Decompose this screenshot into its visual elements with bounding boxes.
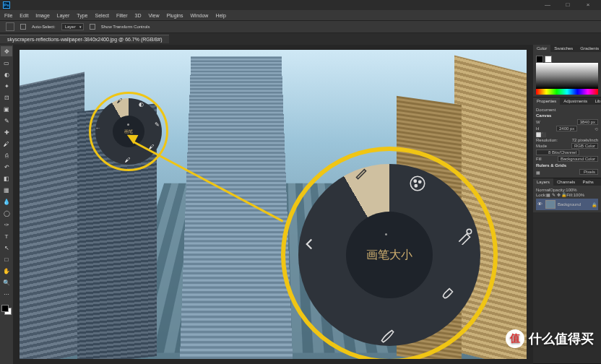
dodge-tool[interactable]: ◯ xyxy=(1,208,12,218)
minimize-button[interactable]: — xyxy=(537,0,558,10)
lock-icons[interactable]: ▦ ✎ ✥ 🔒 xyxy=(546,193,566,197)
menu-image[interactable]: Image xyxy=(35,13,49,18)
brush-alt-icon[interactable]: 🖌 xyxy=(124,155,132,164)
svg-point-1 xyxy=(414,180,416,182)
menu-plugins[interactable]: Plugins xyxy=(167,13,183,18)
bits-dropdown[interactable]: 8 Bits/Channel xyxy=(536,150,579,155)
menu-type[interactable]: Type xyxy=(77,13,87,18)
auto-select-checkbox[interactable] xyxy=(20,24,26,30)
layer-row[interactable]: 👁 Background 🔒 xyxy=(536,199,598,210)
brush-tool[interactable]: 🖌 xyxy=(1,139,12,149)
resolution-value[interactable]: 72 pixels/inch xyxy=(572,138,598,142)
color-swatches[interactable] xyxy=(0,303,13,316)
panels-area: Color Swatches Gradients Patterns Proper… xyxy=(533,45,601,364)
radial-dot xyxy=(127,124,129,126)
history-brush-tool[interactable]: ↶ xyxy=(1,162,12,172)
foreground-color[interactable] xyxy=(1,305,9,312)
hand-tool[interactable]: ✋ xyxy=(1,266,12,276)
lasso-tool[interactable]: ◐ xyxy=(1,69,12,79)
resolution-label: Resolution: xyxy=(536,138,558,142)
document-tab[interactable]: skyscrapers-reflections-wallpaper-3840x2… xyxy=(0,35,169,43)
properties-panel: Properties Adjustments Libraries Documen… xyxy=(533,98,601,178)
close-button[interactable]: × xyxy=(578,0,598,10)
maximize-button[interactable]: □ xyxy=(558,0,578,10)
zoom-tool[interactable]: 🔍 xyxy=(1,277,12,287)
tab-paths[interactable]: Paths xyxy=(579,178,597,186)
svg-point-0 xyxy=(410,176,425,191)
fill-label: Fill xyxy=(536,157,542,161)
edit-toolbar[interactable]: ⋯ xyxy=(1,289,12,299)
menu-filter[interactable]: Filter xyxy=(116,13,128,18)
brush-select-icon[interactable] xyxy=(350,162,372,183)
menu-view[interactable]: View xyxy=(149,13,160,18)
brush-icon[interactable] xyxy=(437,281,459,303)
menu-window[interactable]: Window xyxy=(191,13,209,18)
hue-strip[interactable] xyxy=(536,89,598,95)
tab-properties[interactable]: Properties xyxy=(533,98,560,105)
path-tool[interactable]: ↖ xyxy=(1,243,12,253)
shape-tool[interactable]: □ xyxy=(1,254,12,264)
brush-select-icon[interactable]: 🖌 xyxy=(116,97,124,105)
menu-edit[interactable]: Edit xyxy=(20,13,28,18)
palette-icon[interactable]: ◐ xyxy=(137,100,145,108)
move-tool[interactable]: ✥ xyxy=(1,46,12,56)
mode-dropdown[interactable]: RGB Color xyxy=(571,143,598,149)
layer-name[interactable]: Background xyxy=(558,202,581,207)
layer-thumbnail[interactable] xyxy=(545,200,555,209)
fg-swatch[interactable] xyxy=(536,56,543,63)
lock-label: Lock: xyxy=(536,193,546,197)
bg-swatch[interactable] xyxy=(545,56,552,63)
heal-tool[interactable]: ✚ xyxy=(1,127,12,137)
crop-tool[interactable]: ⊡ xyxy=(1,92,12,103)
menu-3d[interactable]: 3D xyxy=(135,13,142,18)
mode-label: Mode xyxy=(536,144,547,148)
eyedropper-tool[interactable]: ✎ xyxy=(1,116,12,126)
gradient-tool[interactable]: ▦ xyxy=(1,185,12,195)
auto-select-label: Auto-Select: xyxy=(32,25,56,29)
orientation-icons[interactable]: ⬜⬛ xyxy=(536,132,546,137)
current-tool-icon[interactable] xyxy=(6,22,14,31)
tab-swatches[interactable]: Swatches xyxy=(550,45,576,52)
width-label: W xyxy=(536,120,540,124)
tab-adjustments[interactable]: Adjustments xyxy=(560,98,591,105)
tab-channels[interactable]: Channels xyxy=(553,178,579,186)
pen-tool[interactable]: ✑ xyxy=(1,220,12,230)
visibility-icon[interactable]: 👁 xyxy=(537,202,543,207)
wand-tool[interactable]: ✦ xyxy=(1,81,12,91)
auto-select-dropdown[interactable]: Layer xyxy=(61,23,84,30)
ruler-units-dropdown[interactable]: Pixels xyxy=(579,169,598,175)
menu-file[interactable]: File xyxy=(4,13,12,18)
marquee-tool[interactable]: ▭ xyxy=(1,58,12,68)
menu-select[interactable]: Select xyxy=(95,13,109,18)
stamp-tool[interactable]: ⎙ xyxy=(1,150,12,160)
palette-icon[interactable] xyxy=(407,173,428,194)
fill-opacity-field[interactable]: 100% xyxy=(574,193,584,197)
back-arrow-icon[interactable] xyxy=(298,233,320,255)
type-tool[interactable]: T xyxy=(1,231,12,241)
tab-gradients[interactable]: Gradients xyxy=(576,45,601,52)
titlebar: Ps — □ × xyxy=(0,0,601,10)
width-field[interactable]: 3840 px xyxy=(577,119,598,125)
link-dimensions-icon[interactable]: ⟲ xyxy=(594,126,598,131)
height-field[interactable]: 2400 px xyxy=(556,126,577,131)
fill-dropdown[interactable]: Background Color xyxy=(558,156,598,162)
brush-alt-icon[interactable] xyxy=(376,324,398,346)
blur-tool[interactable]: 💧 xyxy=(1,196,12,207)
eraser-tool[interactable]: ◧ xyxy=(1,173,12,183)
color-ramp[interactable] xyxy=(536,63,598,89)
svg-point-2 xyxy=(419,181,421,183)
frame-tool[interactable]: ▣ xyxy=(1,104,12,114)
tab-layers[interactable]: Layers xyxy=(533,178,553,186)
menu-layer[interactable]: Layer xyxy=(57,13,70,18)
back-arrow-icon[interactable]: ← xyxy=(94,124,103,132)
paint-icon[interactable]: ✎ xyxy=(152,121,161,129)
tab-color[interactable]: Color xyxy=(533,45,550,52)
radial-menu-large[interactable]: 画笔大小 xyxy=(281,147,498,359)
document-tab-bar: skyscrapers-reflections-wallpaper-3840x2… xyxy=(0,33,601,45)
menu-help[interactable]: Help xyxy=(215,13,225,18)
paint-icon[interactable] xyxy=(454,225,476,246)
tab-libraries[interactable]: Libraries xyxy=(591,98,601,105)
doc-label: Document xyxy=(536,108,555,112)
canvas[interactable]: 画笔 ◐ ✎ 🖌 🖌 ← 🖌 画笔大小 xyxy=(20,50,527,359)
show-transform-checkbox[interactable] xyxy=(90,24,95,30)
